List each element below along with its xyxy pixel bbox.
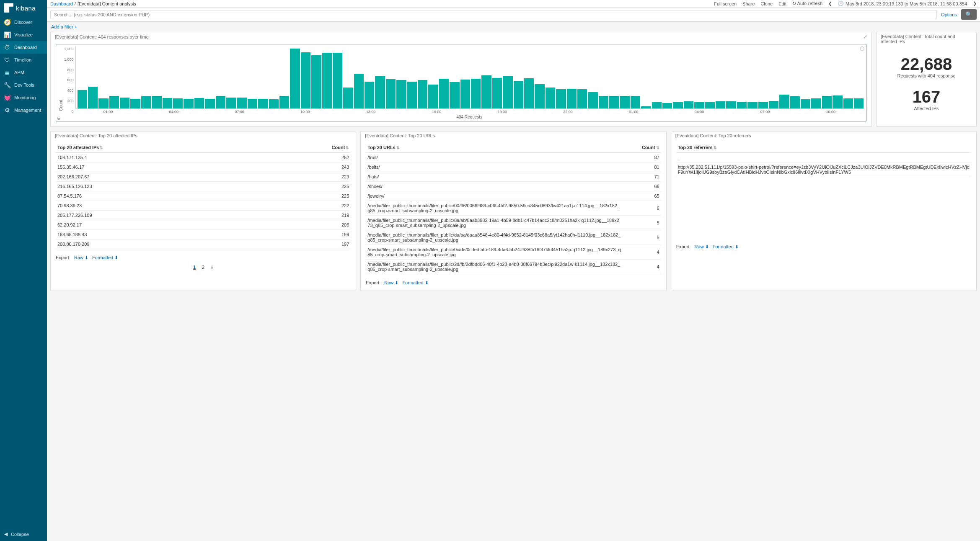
- chart-bar[interactable]: [514, 81, 523, 108]
- chart-bar[interactable]: [109, 96, 119, 108]
- chart-bar[interactable]: [439, 79, 449, 108]
- chart-bar[interactable]: [716, 101, 725, 108]
- page-2[interactable]: 2: [202, 265, 204, 270]
- chart-bar[interactable]: [375, 76, 385, 108]
- chart-bar[interactable]: [769, 101, 778, 108]
- export-raw-link[interactable]: Raw ⬇: [695, 244, 709, 249]
- chart-bar[interactable]: [450, 82, 459, 108]
- table-row[interactable]: 188.68.188.43199: [56, 230, 351, 240]
- nav-item-monitoring[interactable]: 💓Monitoring: [0, 91, 47, 104]
- search-options-link[interactable]: Options: [939, 12, 959, 17]
- chart-bar[interactable]: [599, 96, 608, 108]
- nav-item-visualize[interactable]: 📊Visualize: [0, 28, 47, 41]
- chart-bar[interactable]: [460, 80, 470, 108]
- chart-bar[interactable]: [546, 88, 555, 108]
- table-row[interactable]: 87.54.5.176225: [56, 191, 351, 201]
- export-formatted-link[interactable]: Formatted ⬇: [402, 280, 428, 285]
- table-row[interactable]: /shoes/66: [366, 182, 661, 191]
- chart-bar[interactable]: [652, 102, 662, 108]
- table-row[interactable]: 155.35.46.17243: [56, 162, 351, 172]
- table-row[interactable]: /hats/71: [366, 172, 661, 182]
- nav-item-discover[interactable]: 🧭Discover: [0, 16, 47, 28]
- chart-bar[interactable]: [577, 89, 587, 108]
- chart-bar[interactable]: [407, 82, 417, 108]
- chart-bar[interactable]: [854, 98, 864, 108]
- chart-bar[interactable]: [333, 53, 342, 108]
- chart-bar[interactable]: [98, 98, 108, 108]
- table-row[interactable]: /media/filer_public_thumbnails/filer_pub…: [366, 201, 661, 216]
- chart-bar[interactable]: [471, 79, 481, 108]
- export-raw-link[interactable]: Raw ⬇: [74, 255, 88, 260]
- chart-bar[interactable]: [609, 96, 619, 108]
- nav-item-apm[interactable]: ≣APM: [0, 66, 47, 79]
- chart-bar[interactable]: [290, 49, 300, 108]
- chart-bar[interactable]: [758, 102, 768, 108]
- chart-bar[interactable]: [365, 82, 374, 108]
- chart-bar[interactable]: [662, 103, 672, 108]
- chart-bar[interactable]: [524, 78, 534, 108]
- chart-bar[interactable]: [141, 96, 151, 108]
- table-row[interactable]: /media/filer_public_thumbnails/filer_pub…: [366, 230, 661, 245]
- chart-bar[interactable]: [843, 98, 853, 108]
- table-row[interactable]: /media/filer_public_thumbnails/filer_pub…: [366, 260, 661, 274]
- chart-bar[interactable]: [822, 96, 832, 108]
- table-row[interactable]: 205.177.226.109219: [56, 211, 351, 220]
- chart-close-icon[interactable]: ◯: [860, 46, 864, 51]
- page-1[interactable]: 1: [193, 265, 196, 270]
- logo[interactable]: kibana: [0, 0, 47, 16]
- chart-bar[interactable]: [428, 85, 438, 108]
- time-nav-next-button[interactable]: ❯: [973, 1, 977, 6]
- chart-bar[interactable]: [279, 96, 289, 108]
- chart-bar[interactable]: [396, 80, 406, 108]
- table-row[interactable]: /media/filer_public_thumbnails/filer_pub…: [366, 216, 661, 230]
- chart-container[interactable]: ◯ Count 1,2001,0008006004002000 01:0004:…: [56, 44, 866, 121]
- chart-bar[interactable]: [258, 99, 268, 108]
- chart-bar[interactable]: [673, 102, 683, 108]
- chart-bar[interactable]: [492, 78, 502, 108]
- chart-bar[interactable]: [747, 102, 757, 108]
- export-formatted-link[interactable]: Formatted ⬇: [713, 244, 739, 249]
- chart-bar[interactable]: [737, 102, 747, 108]
- chart-bar[interactable]: [641, 106, 651, 108]
- chart-bar[interactable]: [694, 102, 704, 108]
- chart-bar[interactable]: [216, 96, 225, 108]
- export-formatted-link[interactable]: Formatted ⬇: [92, 255, 118, 260]
- col-header-ip[interactable]: Top 20 affected IPs⇅: [56, 142, 263, 153]
- chart-bar[interactable]: [269, 99, 279, 108]
- chart-bar[interactable]: [88, 87, 98, 108]
- edit-button[interactable]: Edit: [778, 1, 786, 6]
- table-row[interactable]: 202.166.207.67229: [56, 172, 351, 182]
- chart-bar[interactable]: [152, 96, 161, 108]
- chart-bar[interactable]: [173, 98, 183, 108]
- chart-corner-icon[interactable]: ◒: [57, 116, 61, 120]
- auto-refresh-button[interactable]: ↻ Auto-refresh: [792, 1, 822, 6]
- chart-bar[interactable]: [684, 101, 693, 108]
- chart-bar[interactable]: [779, 95, 789, 108]
- chart-bar[interactable]: [705, 102, 715, 108]
- chart-bar[interactable]: [248, 99, 257, 108]
- chart-bar[interactable]: [184, 99, 193, 108]
- chart-bar[interactable]: [78, 90, 87, 108]
- chart-bar[interactable]: [205, 99, 215, 108]
- chart-bar[interactable]: [322, 53, 332, 108]
- table-row[interactable]: 70.98.39.23222: [56, 201, 351, 211]
- table-row[interactable]: -: [676, 153, 971, 162]
- breadcrumb-root[interactable]: Dashboard: [50, 1, 73, 6]
- table-row[interactable]: 200.80.170.209197: [56, 240, 351, 249]
- col-header-count[interactable]: Count⇅: [263, 142, 351, 153]
- clone-button[interactable]: Clone: [760, 1, 773, 6]
- table-row[interactable]: /belts/81: [366, 162, 661, 172]
- chart-bar[interactable]: [631, 96, 640, 108]
- table-row[interactable]: /jewelry/65: [366, 191, 661, 201]
- search-input[interactable]: [50, 10, 937, 19]
- nav-item-timelion[interactable]: 🛡Timelion: [0, 54, 47, 66]
- export-raw-link[interactable]: Raw ⬇: [384, 280, 398, 285]
- chart-bar[interactable]: [503, 76, 512, 108]
- chart-bar[interactable]: [481, 75, 491, 108]
- table-row[interactable]: 108.171.135.4252: [56, 153, 351, 162]
- search-submit-button[interactable]: 🔍: [961, 9, 977, 20]
- chart-bar[interactable]: [833, 95, 842, 108]
- chart-bar[interactable]: [354, 74, 364, 108]
- chart-bar[interactable]: [120, 98, 129, 108]
- table-row[interactable]: 216.165.126.123225: [56, 182, 351, 191]
